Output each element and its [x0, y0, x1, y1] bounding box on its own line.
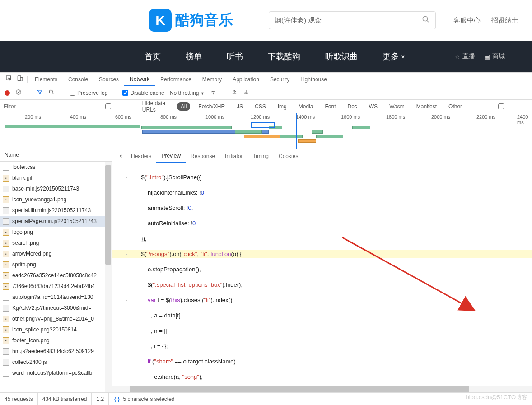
file-icon: [3, 370, 9, 377]
filter-img[interactable]: Img: [274, 102, 290, 111]
svg-point-0: [423, 16, 428, 21]
search-icon[interactable]: [422, 15, 430, 26]
detail-panel: × Headers Preview Response Initiator Tim…: [112, 149, 532, 392]
nav-download[interactable]: 下载酷狗: [268, 51, 300, 62]
status-bar: 45 requests 434 kB transferred 1.2 { } 5…: [0, 392, 532, 405]
file-item[interactable]: ▪footer_icon.png: [0, 335, 112, 346]
filter-ws[interactable]: WS: [365, 102, 381, 111]
file-item[interactable]: ▪arrowMored.png: [0, 248, 112, 259]
column-name[interactable]: Name: [0, 149, 112, 162]
file-name: blank.gif: [12, 175, 33, 181]
tab-memory[interactable]: Memory: [197, 73, 227, 86]
file-icon: ▪: [3, 175, 9, 182]
tab-lighthouse[interactable]: Lighthouse: [295, 73, 332, 86]
network-timeline[interactable]: 200 ms 400 ms 600 ms 800 ms 1000 ms 1200…: [0, 113, 532, 149]
download-icon[interactable]: [243, 89, 249, 97]
file-item[interactable]: base-min.js?201505211743: [0, 183, 112, 194]
file-item[interactable]: autologin?a_id=1014&userid=130: [0, 292, 112, 303]
filter-wasm[interactable]: Wasm: [386, 102, 408, 111]
tab-elements[interactable]: Elements: [29, 73, 63, 86]
nav-audiobook[interactable]: 听书: [227, 51, 243, 62]
link-careers[interactable]: 招贤纳士: [491, 16, 518, 25]
nav-live[interactable]: ☆直播: [454, 52, 475, 61]
file-item[interactable]: ▪icon_yuewangga1.png: [0, 194, 112, 205]
filter-css[interactable]: CSS: [251, 102, 270, 111]
hide-data-urls-checkbox[interactable]: Hide data URLs: [76, 100, 173, 113]
search-icon[interactable]: [48, 89, 55, 97]
tab-cookies[interactable]: Cookies: [274, 150, 303, 163]
link-support[interactable]: 客服中心: [453, 16, 481, 25]
nav-charts[interactable]: 榜单: [186, 51, 202, 62]
file-item[interactable]: ▪icon_splice.png?20150814: [0, 324, 112, 335]
file-item[interactable]: word_nofocus?platform=pc&callb: [0, 368, 112, 378]
svg-point-9: [213, 94, 213, 94]
tab-headers[interactable]: Headers: [126, 150, 156, 163]
tab-initiator[interactable]: Initiator: [220, 150, 247, 163]
file-item[interactable]: collect-2400.js: [0, 357, 112, 368]
close-icon[interactable]: ×: [116, 153, 126, 159]
filter-all[interactable]: All: [177, 102, 190, 111]
tab-application[interactable]: Application: [227, 73, 265, 86]
file-item[interactable]: footer.css: [0, 162, 112, 172]
nav-identify[interactable]: 听歌识曲: [325, 51, 358, 62]
file-item[interactable]: specialPage.min.js?201505211743: [0, 216, 112, 227]
filter-xhr[interactable]: Fetch/XHR: [195, 102, 229, 111]
file-icon: ▪: [3, 283, 9, 290]
logo[interactable]: K 酷狗音乐: [149, 9, 233, 32]
record-button[interactable]: [5, 90, 10, 96]
throttling-select[interactable]: No throttling ▼: [170, 90, 205, 96]
file-item[interactable]: ▪eadc2676a352ce14ec5f8050c8c42: [0, 270, 112, 281]
horizontal-scrollbar[interactable]: [112, 386, 532, 392]
file-item[interactable]: hm.js?aedee6983d4cfc62f509129: [0, 346, 112, 357]
filter-input[interactable]: [4, 103, 71, 110]
filter-js[interactable]: JS: [233, 102, 247, 111]
tab-network[interactable]: Network: [124, 73, 155, 86]
file-item[interactable]: ▪logo.png: [0, 227, 112, 237]
filter-doc[interactable]: Doc: [344, 102, 360, 111]
nav-more[interactable]: 更多∨: [383, 51, 405, 62]
file-item[interactable]: ▪sprite.png: [0, 259, 112, 270]
nav-shop[interactable]: ▣商城: [484, 52, 505, 61]
file-item[interactable]: KgAckV2.js?timeout=3000&mid=: [0, 303, 112, 313]
file-icon: [3, 207, 9, 214]
tab-timing[interactable]: Timing: [247, 150, 274, 163]
tab-preview[interactable]: Preview: [156, 149, 186, 163]
filter-icon[interactable]: [37, 89, 43, 97]
wifi-icon[interactable]: [210, 89, 216, 97]
tick: 2400 ms: [517, 114, 532, 125]
filter-media[interactable]: Media: [295, 102, 317, 111]
tab-performance[interactable]: Performance: [155, 73, 197, 86]
tab-sources[interactable]: Sources: [93, 73, 124, 86]
braces-icon[interactable]: { }: [114, 396, 119, 402]
filter-font[interactable]: Font: [321, 102, 339, 111]
filter-other[interactable]: Other: [445, 102, 466, 111]
clear-icon[interactable]: [15, 89, 22, 97]
inspect-icon[interactable]: [4, 73, 14, 85]
file-item[interactable]: ▪other.png?v=png_8&time=2014_0: [0, 313, 112, 324]
file-name: specialPage.min.js?201505211743: [12, 218, 97, 224]
scrollbar[interactable]: [105, 162, 112, 392]
file-item[interactable]: ▪blank.gif: [0, 172, 112, 183]
tab-console[interactable]: Console: [63, 73, 93, 86]
file-item[interactable]: ▪7366e06d43da71239d4f2ebd24b4: [0, 281, 112, 292]
search-box[interactable]: [269, 11, 436, 29]
blocked-cookies-checkbox[interactable]: Has blocked cookies: [470, 100, 532, 113]
file-icon: ▪: [3, 261, 9, 268]
search-input[interactable]: [275, 17, 422, 24]
device-icon[interactable]: [14, 73, 25, 85]
file-name: arrowMored.png: [12, 251, 51, 257]
file-icon: ▪: [3, 272, 9, 279]
tab-response[interactable]: Response: [186, 150, 220, 163]
preserve-log-checkbox[interactable]: Preserve log: [70, 90, 107, 96]
tick: 1800 ms: [386, 114, 405, 120]
nav-home[interactable]: 首页: [145, 51, 161, 62]
file-item[interactable]: ▪search.png: [0, 237, 112, 248]
disable-cache-checkbox[interactable]: Disable cache: [122, 90, 164, 96]
code-preview[interactable]: - $(".intro").jScrollPane({ hijackIntern…: [112, 163, 532, 386]
file-item[interactable]: special.lib.min.js?201505211743: [0, 205, 112, 216]
file-icon: ▪: [3, 326, 9, 333]
filter-manifest[interactable]: Manifest: [413, 102, 440, 111]
upload-icon[interactable]: [231, 89, 238, 97]
file-icon: [3, 164, 9, 171]
tab-security[interactable]: Security: [265, 73, 295, 86]
